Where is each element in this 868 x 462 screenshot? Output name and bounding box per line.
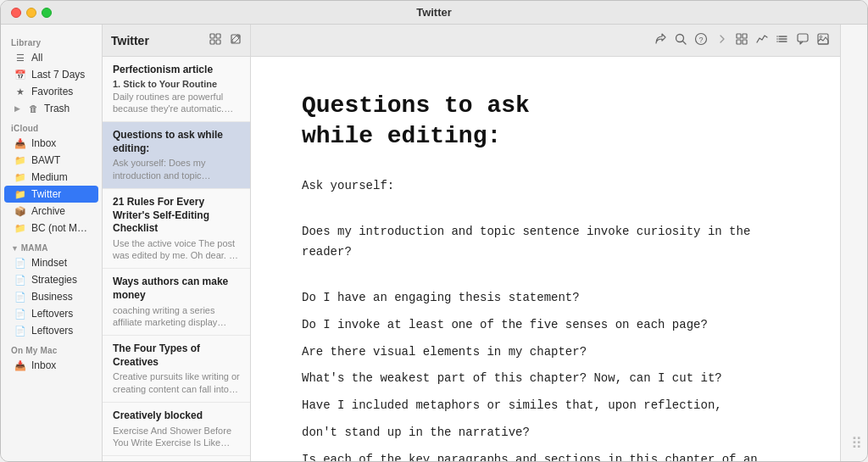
editor-line-1: Does my introduction and topic sentence … <box>302 222 789 263</box>
sidebar-inbox-mac-label: Inbox <box>31 359 56 371</box>
search-icon[interactable] <box>674 32 687 48</box>
archive-icon: 📦 <box>14 206 26 217</box>
note-item-creativelyblocked[interactable]: Creatively blocked Exercise And Shower B… <box>103 403 250 456</box>
sidebar-item-mindset[interactable]: 📄 Mindset <box>4 254 98 271</box>
traffic-lights <box>11 8 52 18</box>
svg-line-7 <box>683 42 687 45</box>
sidebar-item-inbox[interactable]: 📥 Inbox <box>4 135 98 152</box>
note-preview: coaching writing a series affiliate mark… <box>113 304 240 329</box>
chart-icon[interactable] <box>755 32 769 48</box>
all-icon: ☰ <box>14 53 26 64</box>
trash-expand-icon: ▶ <box>14 104 20 113</box>
titlebar: Twitter <box>1 1 867 25</box>
svg-rect-12 <box>737 40 741 44</box>
sidebar-inbox-label: Inbox <box>31 137 56 149</box>
sidebar-item-strategies[interactable]: 📄 Strategies <box>4 271 98 288</box>
note-preview: Ask yourself: Does my introduction and t… <box>113 157 240 181</box>
note-title: Questions to ask while editing: <box>113 129 240 155</box>
minimize-button[interactable] <box>26 8 36 18</box>
sidebar-all-label: All <box>31 52 42 64</box>
sidebar-item-all[interactable]: ☰ All <box>4 49 98 66</box>
sidebar-bc-label: BC (not MAMA) <box>31 222 88 234</box>
folder-bawt-icon: 📁 <box>14 155 26 166</box>
help-icon[interactable]: ? <box>694 32 708 48</box>
sidebar-item-trash[interactable]: ▶ 🗑 Trash <box>4 100 98 117</box>
calendar-icon: 📅 <box>14 70 26 81</box>
note-leftovers2-icon: 📄 <box>14 326 26 337</box>
forward-icon[interactable] <box>715 32 728 48</box>
note-preview: Use the active voice The post was edited… <box>113 237 240 262</box>
svg-point-19 <box>776 41 778 42</box>
trash-icon: 🗑 <box>27 103 39 114</box>
list-icon[interactable] <box>776 32 789 48</box>
sidebar-bawt-label: BAWT <box>31 154 60 166</box>
editor-line-6b: don't stand up in the narrative? <box>302 423 789 443</box>
grid-view-icon[interactable] <box>209 33 221 47</box>
mama-section-label: ▼ MAMA <box>1 237 102 254</box>
inbox-mac-icon: 📥 <box>14 360 26 371</box>
right-sidebar: ⠿ <box>840 25 867 461</box>
svg-point-17 <box>776 36 778 37</box>
image-icon[interactable] <box>816 32 830 48</box>
note-preview: Daily routines are powerful because they… <box>113 91 240 115</box>
icloud-section-label: iCloud <box>1 117 102 135</box>
editor-line-7: Is each of the key paragraphs and sectio… <box>302 450 789 461</box>
note-item-questions[interactable]: Questions to ask while editing: Ask your… <box>103 122 250 189</box>
sidebar-item-favorites[interactable]: ★ Favorites <box>4 83 98 100</box>
star-icon: ★ <box>14 86 26 97</box>
sidebar-mindset-label: Mindset <box>31 257 67 269</box>
sidebar-favorites-label: Favorites <box>31 86 73 97</box>
editor-content[interactable]: Questions to askwhile editing: Ask yours… <box>251 57 840 461</box>
sidebar-item-leftovers1[interactable]: 📄 Leftovers <box>4 305 98 322</box>
editor-wrapper: ? <box>251 25 840 461</box>
sidebar-twitter-label: Twitter <box>31 188 61 200</box>
svg-point-18 <box>776 38 778 40</box>
share-icon[interactable] <box>654 32 667 48</box>
note-title: Ways authors can make money <box>113 276 240 302</box>
note-list-panel: Twitter <box>103 25 251 461</box>
note-item-21rules[interactable]: 21 Rules For Every Writer's Self-Editing… <box>103 189 250 269</box>
sidebar-item-bawt[interactable]: 📁 BAWT <box>4 152 98 169</box>
grid-icon[interactable] <box>735 32 748 48</box>
svg-point-22 <box>820 36 821 37</box>
svg-rect-20 <box>798 34 808 42</box>
sidebar-medium-label: Medium <box>31 171 68 183</box>
sidebar-item-inbox-mac[interactable]: 📥 Inbox <box>4 357 98 374</box>
sidebar-item-bc[interactable]: 📁 BC (not MAMA) <box>4 220 98 237</box>
sidebar-item-twitter[interactable]: 📁 Twitter <box>4 186 98 203</box>
svg-rect-2 <box>210 40 214 44</box>
sidebar-item-medium[interactable]: 📁 Medium <box>4 169 98 186</box>
bubble-icon[interactable] <box>796 32 810 48</box>
note-preview: Creative pursuits like writing or creati… <box>113 370 240 395</box>
close-button[interactable] <box>11 8 21 18</box>
sidebar-item-archive[interactable]: 📦 Archive <box>4 203 98 220</box>
editor-line-5: What's the weakest part of this chapter?… <box>302 369 789 389</box>
window-title: Twitter <box>416 6 452 19</box>
sidebar-item-last7[interactable]: 📅 Last 7 Days <box>4 66 98 83</box>
note-item-exercisecreativity[interactable]: Exercise and Creativity Exercise Helps Y… <box>103 456 250 461</box>
svg-rect-0 <box>210 34 214 38</box>
sidebar-item-business[interactable]: 📄 Business <box>4 288 98 305</box>
svg-rect-11 <box>743 34 747 38</box>
svg-rect-1 <box>216 34 220 38</box>
sidebar-item-leftovers2[interactable]: 📄 Leftovers <box>4 322 98 339</box>
note-title: The Four Types of Creatives <box>113 342 240 369</box>
maximize-button[interactable] <box>42 8 52 18</box>
compose-icon[interactable] <box>230 33 242 47</box>
note-leftovers1-icon: 📄 <box>14 309 26 320</box>
note-title: 21 Rules For Every Writer's Self-Editing… <box>113 196 240 236</box>
note-item-perfectionism[interactable]: Perfectionism article 1. Stick to Your R… <box>103 57 250 122</box>
editor-line-3: Do I invoke at least one of the five sen… <box>302 315 789 336</box>
note-business-icon: 📄 <box>14 292 26 303</box>
sidebar-leftovers1-label: Leftovers <box>31 308 73 320</box>
sidebar-trash-label: Trash <box>44 103 70 114</box>
note-item-fourtypes[interactable]: The Four Types of Creatives Creative pur… <box>103 336 250 403</box>
editor-line-6: Have I included metaphors or similes tha… <box>302 396 789 416</box>
note-mindset-icon: 📄 <box>14 258 26 269</box>
note-title: Creatively blocked <box>113 409 240 423</box>
note-item-waysauthors[interactable]: Ways authors can make money coaching wri… <box>103 269 250 336</box>
svg-rect-3 <box>216 40 220 44</box>
svg-rect-13 <box>743 40 747 44</box>
editor-toolbar: ? <box>251 25 840 57</box>
note-subtitle: 1. Stick to Your Routine <box>113 79 240 89</box>
